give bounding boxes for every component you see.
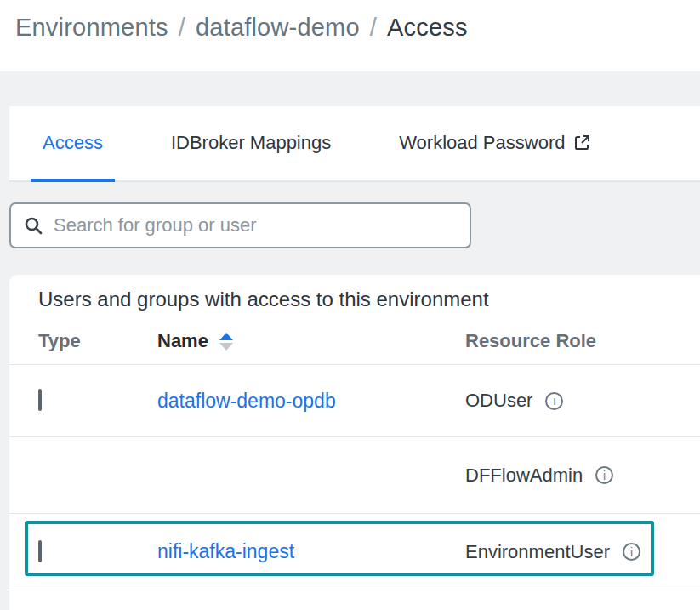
sort-ascending-icon[interactable] [219,333,233,351]
breadcrumb-environment-name[interactable]: dataflow-demo [196,14,360,42]
breadcrumb-separator: / [179,14,185,42]
breadcrumb-current-page: Access [387,14,468,42]
table-row: dataflow-demo-opdb ODUser i [9,365,700,437]
tab-idbroker-label: IDBroker Mappings [171,132,331,154]
column-header-resource-role: Resource Role [465,330,700,352]
tab-bar: Access IDBroker Mappings Workload Passwo… [9,106,700,182]
resource-role-value: ODUser [465,390,532,412]
search-icon [23,215,43,236]
resource-role-value: DFFlowAdmin [465,465,583,487]
info-icon[interactable]: i [623,543,640,561]
access-table-card: Users and groups with access to this env… [9,275,700,610]
external-link-icon [573,134,591,151]
machine-user-icon [38,542,61,562]
row-name-link[interactable]: nifi-kafka-ingest [157,540,294,563]
tab-workload-label: Workload Password [399,132,565,154]
column-header-type: Type [38,330,157,352]
search-input[interactable] [54,214,458,237]
breadcrumb-separator: / [370,14,377,42]
table-row: DFFlowAdmin i [9,437,700,514]
breadcrumb-environments[interactable]: Environments [15,14,168,42]
tab-workload-password[interactable]: Workload Password [387,106,603,182]
table-header-row: Type Name Resource Role [9,318,700,365]
tab-access-label: Access [43,132,103,154]
column-header-name[interactable]: Name [157,330,208,352]
search-box[interactable] [9,202,471,248]
info-icon[interactable]: i [595,466,613,484]
row-name-link[interactable]: dataflow-demo-opdb [157,390,336,413]
tab-idbroker-mappings[interactable]: IDBroker Mappings [159,106,343,182]
machine-user-icon [38,391,61,411]
info-icon[interactable]: i [545,392,563,410]
table-row-highlighted: nifi-kafka-ingest EnvironmentUser i [9,514,700,590]
breadcrumb: Environments / dataflow-demo / Access [15,14,468,42]
table-title: Users and groups with access to this env… [9,275,700,311]
tab-access[interactable]: Access [31,106,115,182]
resource-role-value: EnvironmentUser [465,541,610,563]
